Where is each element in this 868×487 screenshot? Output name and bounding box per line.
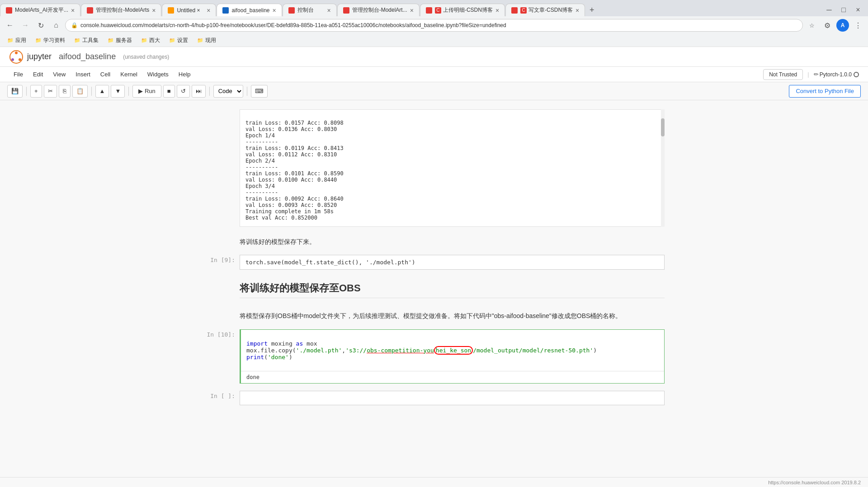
output-line6: val Loss: 0.0112 Acc: 0.8310 [245, 151, 337, 158]
tab-modelarts-control2[interactable]: 管理控制台-ModelArt... × [337, 4, 420, 16]
tab-close[interactable]: × [71, 7, 75, 14]
bookmark-label: 西大 [149, 37, 160, 44]
run-button[interactable]: ▶ Run [132, 85, 161, 98]
bookmark-xida[interactable]: 西大 [137, 36, 164, 45]
convert-python-button[interactable]: Convert to Python File [789, 85, 861, 98]
restart-run-button[interactable]: ⏭ [192, 85, 206, 98]
new-tab-button[interactable]: + [585, 4, 598, 16]
tab-close[interactable]: × [495, 7, 499, 14]
scrollbar-thumb[interactable] [661, 118, 665, 136]
heading-content: 将训练好的模型保存至OBS [240, 279, 665, 304]
menu-help[interactable]: Help [174, 69, 195, 80]
empty-input[interactable] [240, 391, 665, 405]
menu-edit[interactable]: Edit [28, 69, 47, 80]
tab-close[interactable]: × [273, 7, 276, 14]
tab-label: 管理控制台-ModelArts [96, 6, 149, 14]
tab-label: 控制台 [297, 6, 325, 14]
back-button[interactable]: ← [4, 19, 16, 32]
tab-csdn-write[interactable]: C 写文章-CSDN博客 × [505, 4, 585, 16]
bookmark-server[interactable]: 服务器 [104, 36, 136, 45]
bookmark-label: 设置 [177, 37, 188, 44]
bookmark-apps[interactable]: 应用 [4, 36, 30, 45]
code-input-10[interactable]: import moxing as mox mox.file.copy('./mo… [240, 329, 665, 384]
address-bar-row: ← → ↻ ⌂ 🔒 console.huaweicloud.com/modela… [0, 16, 868, 34]
code-line2: mox.file.copy('./model.pth','s3://obs-co… [246, 346, 597, 355]
md-content: 将训练好的模型保存下来。 [240, 234, 665, 249]
tab-close[interactable]: × [410, 7, 414, 14]
paste-button[interactable]: 📋 [72, 85, 88, 98]
notebook-area[interactable]: train Loss: 0.0157 Acc: 0.8098 val Loss:… [0, 100, 868, 477]
tab-csdn-upload[interactable]: C 上传明细-CSDN博客 × [420, 4, 505, 16]
pencil-icon: ✏ [814, 71, 819, 78]
status-text: https://console.huaweicloud.com 2019.8.2 [768, 480, 861, 485]
menu-insert[interactable]: Insert [71, 69, 95, 80]
notebook-name[interactable]: aifood_baseline [59, 52, 116, 61]
kernel-status-circle [854, 72, 859, 77]
menu-cell[interactable]: Cell [96, 69, 115, 80]
add-cell-button[interactable]: + [30, 85, 42, 98]
code-line3: print('done') [246, 354, 292, 361]
minimize-button[interactable]: ─ [823, 4, 835, 16]
bookmark-label: 服务器 [116, 37, 132, 44]
bookmark-tools[interactable]: 工具集 [71, 36, 102, 45]
scrollbar-track[interactable] [661, 109, 665, 227]
not-trusted-button[interactable]: Not Trusted [763, 69, 803, 80]
output-line15: Training complete in 1m 58s [245, 208, 334, 215]
keyboard-shortcut-button[interactable]: ⌨ [251, 85, 268, 98]
training-output[interactable]: train Loss: 0.0157 Acc: 0.8098 val Loss:… [240, 109, 665, 227]
output-line14: val Loss: 0.0093 Acc: 0.8520 [245, 202, 337, 208]
cell-container: train Loss: 0.0157 Acc: 0.8098 val Loss:… [167, 109, 701, 405]
section-desc-cell: 将模型保存到OBS桶中model文件夹下，为后续推理测试、模型提交做准备。将如下… [203, 308, 665, 323]
import-keyword: import [246, 340, 268, 347]
bookmark-current[interactable]: 现用 [193, 36, 220, 45]
address-box[interactable]: 🔒 console.huaweicloud.com/modelarts/cn-n… [65, 19, 803, 32]
code-area-10[interactable]: import moxing as mox mox.file.copy('./mo… [241, 330, 664, 371]
copy-button[interactable]: ⎘ [59, 85, 71, 98]
code-cell-9: In [9]: torch.save(model_ft.state_dict()… [203, 255, 665, 270]
home-button[interactable]: ⌂ [50, 19, 62, 32]
cut-button[interactable]: ✂ [44, 85, 57, 98]
restart-button[interactable]: ↺ [177, 85, 190, 98]
refresh-button[interactable]: ↻ [34, 19, 47, 32]
status-bar: https://console.huaweicloud.com 2019.8.2 [0, 477, 868, 487]
cell-type-select[interactable]: Code [213, 85, 243, 98]
close-button[interactable]: × [852, 4, 864, 16]
move-down-button[interactable]: ▼ [111, 85, 125, 98]
forward-button[interactable]: → [19, 19, 32, 32]
menu-button[interactable]: ⋮ [852, 19, 864, 32]
toolbar-separator4 [209, 87, 210, 96]
extension-btn[interactable]: ⚙ [821, 19, 834, 32]
desc-content: 将模型保存到OBS桶中model文件夹下，为后续推理测试、模型提交做准备。将如下… [240, 308, 665, 323]
bookmark-label: 应用 [15, 37, 26, 44]
toolbar-separator [26, 87, 27, 96]
tab-label: Untitled × [177, 7, 204, 14]
menu-widgets[interactable]: Widgets [143, 69, 173, 80]
tab-aifood-baseline[interactable]: aifood_baseline × [217, 4, 282, 16]
tab-close[interactable]: × [207, 7, 210, 14]
jupyter-container: jupyter aifood_baseline (unsaved changes… [0, 47, 868, 487]
tab-untitled[interactable]: Untitled × × [162, 4, 216, 16]
svg-point-1 [15, 52, 18, 54]
menu-kernel[interactable]: Kernel [116, 69, 142, 80]
jupyter-title: jupyter [27, 52, 52, 61]
tab-close[interactable]: × [327, 7, 331, 14]
profile-button[interactable]: A [836, 19, 849, 32]
bookmark-button[interactable]: ☆ [806, 19, 818, 32]
tab-modelarts-control[interactable]: 管理控制台-ModelArts × [81, 4, 161, 16]
code-area-9[interactable]: torch.save(model_ft.state_dict(), './mod… [240, 255, 664, 269]
tab-close[interactable]: × [152, 7, 156, 14]
maximize-button[interactable]: □ [837, 4, 850, 16]
tab-close[interactable]: × [576, 7, 579, 14]
menu-view[interactable]: View [48, 69, 70, 80]
save-button[interactable]: 💾 [7, 85, 23, 98]
interrupt-button[interactable]: ■ [163, 85, 175, 98]
menu-file[interactable]: File [9, 69, 28, 80]
bookmark-learn[interactable]: 学习资料 [32, 36, 69, 45]
bookmark-settings[interactable]: 设置 [165, 36, 192, 45]
kernel-name: Pytorch-1.0.0 [820, 71, 852, 78]
tab-modelarts-ai[interactable]: ModelArts_AI开发平... × [0, 4, 80, 16]
jupyter-logo: jupyter [9, 50, 52, 64]
code-input-9[interactable]: torch.save(model_ft.state_dict(), './mod… [240, 255, 665, 270]
tab-console[interactable]: 控制台 × [283, 4, 337, 16]
move-up-button[interactable]: ▲ [95, 85, 109, 98]
